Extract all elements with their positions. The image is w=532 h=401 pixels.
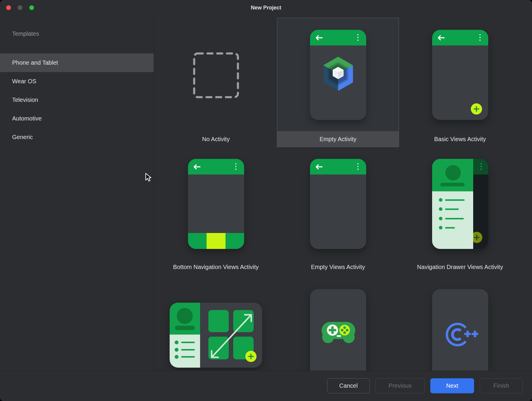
drawer-menu-item <box>439 217 464 220</box>
cpp-logo <box>442 317 484 352</box>
drawer-menu-item <box>439 207 459 211</box>
fab-plus-icon <box>471 103 482 115</box>
phone-mockup <box>310 159 366 249</box>
list-item <box>175 355 195 359</box>
template-card-game-activity[interactable] <box>277 275 399 371</box>
app-bar <box>310 159 366 175</box>
sidebar-item-generic[interactable]: Generic <box>0 128 154 146</box>
previous-button: Previous <box>375 378 425 393</box>
template-card-bottom-navigation-views-activity[interactable]: Bottom Navigation Views Activity <box>155 147 277 275</box>
template-label: Empty Activity <box>277 131 399 147</box>
fab-plus-icon <box>245 351 257 362</box>
back-arrow-icon <box>437 35 445 41</box>
drawer-menu-item <box>439 198 465 202</box>
gamepad-icon <box>319 320 358 347</box>
template-card-basic-views-activity[interactable]: Basic Views Activity <box>399 18 521 147</box>
phone-mockup <box>432 159 488 249</box>
new-project-dialog: New Project Templates Phone and Tablet W… <box>0 0 532 401</box>
template-label: Basic Views Activity <box>399 131 521 147</box>
sidebar-item-wear-os[interactable]: Wear OS <box>0 72 154 91</box>
avatar <box>445 165 461 180</box>
template-card-responsive-views[interactable] <box>155 275 277 371</box>
empty-views-thumbnail <box>277 147 399 250</box>
template-label: Bottom Navigation Views Activity <box>155 250 277 275</box>
sidebar-item-automotive[interactable]: Automotive <box>0 109 154 128</box>
navigation-drawer-thumbnail <box>399 147 521 250</box>
window-title: New Project <box>0 0 532 15</box>
back-arrow-icon <box>315 164 323 170</box>
empty-activity-thumbnail <box>277 18 399 131</box>
phone-mockup <box>432 30 488 120</box>
phone-mockup <box>188 159 244 249</box>
kebab-menu-icon <box>481 163 482 170</box>
no-activity-thumbnail <box>155 18 277 131</box>
responsive-thumbnail <box>155 275 277 371</box>
cancel-button[interactable]: Cancel <box>327 378 370 393</box>
kebab-menu-icon <box>479 34 481 41</box>
jetpack-compose-logo <box>321 55 355 92</box>
bottom-nav-selected-segment <box>207 233 226 249</box>
drawer-name-placeholder <box>440 183 465 186</box>
back-arrow-icon <box>315 35 323 41</box>
drawer-header <box>432 159 473 191</box>
template-card-no-activity[interactable]: No Activity <box>155 18 277 147</box>
back-arrow-icon <box>193 164 201 170</box>
bottom-nav-bar <box>188 233 244 249</box>
template-card-navigation-drawer-views-activity[interactable]: Navigation Drawer Views Activity <box>399 147 521 275</box>
sidebar-item-television[interactable]: Television <box>0 91 154 109</box>
bottom-navigation-thumbnail <box>155 147 277 250</box>
nav-drawer-panel <box>432 159 473 249</box>
app-bar <box>310 30 366 45</box>
phone-mockup <box>432 289 488 371</box>
phone-mockup <box>310 289 366 371</box>
kebab-menu-icon <box>357 34 359 41</box>
template-grid: No Activity <box>155 18 521 371</box>
app-bar <box>432 30 488 45</box>
template-gallery: No Activity <box>154 15 532 371</box>
template-card-empty-views-activity[interactable]: Empty Views Activity <box>277 147 399 275</box>
templates-sidebar: Templates Phone and Tablet Wear OS Telev… <box>0 15 154 371</box>
drawer-menu-item <box>439 226 455 229</box>
game-activity-thumbnail <box>277 275 399 371</box>
tablet-mockup <box>170 303 262 368</box>
mouse-cursor <box>145 173 153 182</box>
list-pane <box>170 303 200 368</box>
template-label: No Activity <box>155 131 277 147</box>
template-label: Empty Views Activity <box>277 250 399 275</box>
sidebar-header: Templates <box>12 30 154 37</box>
name-placeholder <box>175 326 195 330</box>
cpp-thumbnail <box>399 275 521 371</box>
list-item <box>175 340 195 344</box>
template-card-empty-activity[interactable]: Empty Activity <box>277 18 399 147</box>
dashed-placeholder-icon <box>192 51 240 100</box>
sidebar-item-phone-and-tablet[interactable]: Phone and Tablet <box>0 53 154 72</box>
avatar <box>177 308 193 324</box>
list-item <box>175 348 195 352</box>
template-card-native-cpp[interactable] <box>399 275 521 371</box>
list-pane-header <box>170 303 200 335</box>
phone-mockup <box>310 30 366 120</box>
kebab-menu-icon <box>235 163 236 170</box>
kebab-menu-icon <box>357 163 359 170</box>
next-button[interactable]: Next <box>430 378 474 393</box>
app-bar <box>188 159 244 175</box>
drawer-menu <box>432 191 473 249</box>
dialog-footer: Cancel Previous Next Finish <box>0 371 532 401</box>
list-pane-items <box>170 335 200 368</box>
title-bar: New Project <box>0 0 532 15</box>
finish-button: Finish <box>480 378 523 393</box>
sidebar-list: Phone and Tablet Wear OS Television Auto… <box>0 53 154 146</box>
basic-views-thumbnail <box>399 18 521 131</box>
template-label: Navigation Drawer Views Activity <box>399 250 521 275</box>
